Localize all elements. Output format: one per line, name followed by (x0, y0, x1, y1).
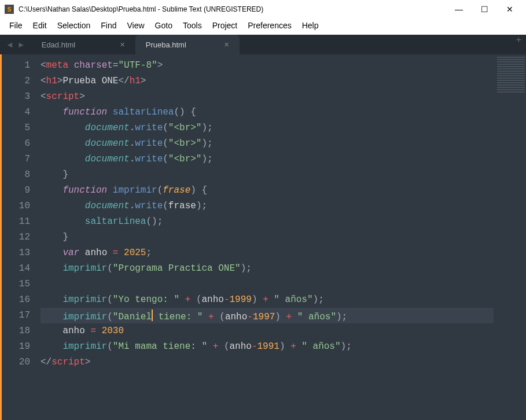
line-number[interactable]: 1 (2, 58, 30, 73)
code-line[interactable]: <h1>Prueba ONE</h1> (41, 73, 494, 89)
code-line[interactable]: <meta charset="UTF-8"> (41, 58, 494, 73)
line-number[interactable]: 5 (2, 120, 30, 136)
token-fn: saltarLinea (113, 107, 174, 117)
token-id (179, 294, 185, 305)
close-button[interactable]: ✕ (503, 2, 517, 16)
code-line[interactable] (41, 277, 494, 292)
line-number[interactable]: 14 (2, 261, 30, 277)
token-id (41, 123, 85, 133)
token-obj: document (85, 138, 130, 149)
menu-selection[interactable]: Selection (53, 20, 95, 31)
line-number[interactable]: 20 (2, 355, 30, 370)
token-op: - (247, 312, 253, 322)
token-punct: ); (241, 263, 252, 274)
line-number[interactable]: 8 (2, 167, 30, 183)
token-punct: ); (196, 201, 207, 211)
menu-edit[interactable]: Edit (28, 20, 52, 31)
new-tab-button[interactable]: + (516, 35, 521, 45)
line-number[interactable]: 10 (2, 198, 30, 214)
token-punct: = (113, 60, 119, 71)
token-punct: . (130, 201, 135, 211)
line-number[interactable]: 16 (2, 292, 30, 308)
token-punct: ( (163, 138, 168, 149)
token-op: + (290, 341, 296, 352)
token-id (41, 138, 85, 149)
token-punct: ( (107, 312, 113, 322)
minimap[interactable] (494, 54, 526, 420)
code-line[interactable]: document.write("<br>"); (41, 152, 494, 167)
token-id (41, 341, 62, 352)
line-number[interactable]: 6 (2, 136, 30, 152)
line-number[interactable]: 17 (2, 308, 30, 323)
line-number[interactable]: 2 (2, 73, 30, 89)
line-number[interactable]: 3 (2, 89, 30, 105)
token-punct: ); (336, 312, 347, 322)
tab-history-arrows[interactable]: ◄ ► (0, 35, 31, 54)
close-icon[interactable]: × (225, 40, 229, 49)
line-number[interactable]: 4 (2, 105, 30, 120)
close-icon[interactable]: × (120, 40, 125, 49)
code-line[interactable]: document.write("<br>"); (41, 120, 494, 136)
code-line[interactable]: saltarLinea(); (41, 214, 494, 230)
menu-goto[interactable]: Goto (150, 20, 177, 31)
menu-project[interactable]: Project (208, 20, 242, 31)
code-line[interactable]: <script> (41, 89, 494, 105)
code-line[interactable]: function saltarLinea() { (41, 105, 494, 120)
back-icon[interactable]: ◄ (6, 40, 14, 49)
token-str: "Daniel (113, 312, 152, 322)
token-txt: Prueba ONE (62, 76, 118, 86)
code-line[interactable]: } (41, 167, 494, 183)
menu-find[interactable]: Find (96, 20, 121, 31)
token-punct: () { (174, 107, 196, 117)
code-line[interactable]: document.write(frase); (41, 198, 494, 214)
code-container: 1234567891011121314151617181920 <meta ch… (0, 54, 526, 420)
text-cursor (152, 310, 153, 321)
code-line[interactable]: var anho = 2025; (41, 245, 494, 261)
code-line[interactable]: anho = 2030 (41, 323, 494, 339)
token-id (41, 107, 62, 117)
line-number[interactable]: 19 (2, 339, 30, 355)
line-number[interactable]: 12 (2, 230, 30, 245)
forward-icon[interactable]: ► (17, 40, 25, 49)
code-line[interactable]: imprimir("Programa Practica ONE"); (41, 261, 494, 277)
line-number-gutter[interactable]: 1234567891011121314151617181920 (0, 54, 38, 420)
token-tag: script (52, 357, 85, 367)
token-fn: write (135, 138, 163, 149)
tab-label: Prueba.html (146, 40, 186, 49)
title-bar: S C:\Users\Nathan Salas\Desktop\Prueba.h… (0, 0, 526, 19)
tab-edad-html[interactable]: Edad.html× (31, 35, 135, 54)
token-op: - (252, 341, 258, 352)
menu-preferences[interactable]: Preferences (243, 20, 296, 31)
code-editor[interactable]: <meta charset="UTF-8"><h1>Prueba ONE</h1… (38, 54, 494, 420)
code-line[interactable]: document.write("<br>"); (41, 136, 494, 152)
code-line[interactable]: function imprimir(frase) { (41, 183, 494, 198)
token-id (107, 185, 113, 196)
menu-help[interactable]: Help (297, 20, 323, 31)
menu-view[interactable]: View (123, 20, 149, 31)
line-number[interactable]: 7 (2, 152, 30, 167)
token-id (268, 294, 274, 305)
window-controls: — ☐ ✕ (452, 2, 517, 16)
token-id: anho (225, 312, 247, 322)
line-number[interactable]: 18 (2, 323, 30, 339)
code-line[interactable]: imprimir("Daniel tiene: " + (anho-1997) … (41, 308, 494, 323)
menu-tools[interactable]: Tools (178, 20, 207, 31)
code-line[interactable]: } (41, 230, 494, 245)
token-punct: } (62, 232, 68, 242)
code-line[interactable]: imprimir("Yo tengo: " + (anho-1999) + " … (41, 292, 494, 308)
line-number[interactable]: 15 (2, 277, 30, 292)
token-punct: ( (219, 312, 225, 322)
code-line[interactable]: imprimir("Mi mama tiene: " + (anho-1991)… (41, 339, 494, 355)
token-punct: . (130, 154, 135, 164)
token-str: "<br>" (168, 123, 202, 133)
menu-file[interactable]: File (5, 20, 27, 31)
line-number[interactable]: 11 (2, 214, 30, 230)
app-icon: S (5, 5, 14, 14)
token-id (41, 232, 62, 242)
minimize-button[interactable]: — (452, 2, 466, 16)
tab-prueba-html[interactable]: Prueba.html× (135, 35, 240, 54)
code-line[interactable]: </script> (41, 355, 494, 370)
maximize-button[interactable]: ☐ (477, 2, 491, 16)
line-number[interactable]: 9 (2, 183, 30, 198)
line-number[interactable]: 13 (2, 245, 30, 261)
